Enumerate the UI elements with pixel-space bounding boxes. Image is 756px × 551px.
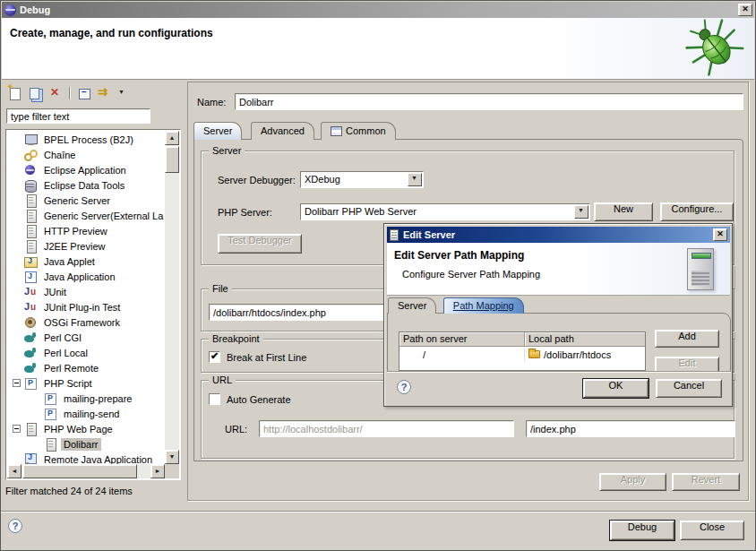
tab-label: Server xyxy=(398,298,426,314)
collapse-all-icon[interactable] xyxy=(77,86,91,100)
window-close-button[interactable] xyxy=(738,4,752,16)
tree-item[interactable]: J2EE Preview xyxy=(7,238,165,254)
tree-item-label: Chaîne xyxy=(41,149,78,161)
perl-icon xyxy=(24,362,37,375)
tree-item[interactable]: PHP Web Page xyxy=(7,421,165,436)
tree-item-label: Generic Server(External La xyxy=(41,210,165,222)
php-icon xyxy=(24,377,37,390)
server-icon xyxy=(24,423,37,435)
tree-item-label: JUnit xyxy=(41,286,69,298)
php-icon xyxy=(44,392,56,405)
tree-item[interactable]: Generic Server(External La xyxy=(7,208,165,223)
tab-server[interactable]: Server xyxy=(193,122,242,140)
tree-horizontal-scrollbar[interactable]: ◄ ► xyxy=(7,464,165,478)
junit-icon xyxy=(24,286,37,298)
mapping-row-server-path[interactable]: / xyxy=(399,347,525,362)
folder-icon xyxy=(528,350,540,358)
tree-item-label: Dolibarr xyxy=(61,438,101,451)
vertical-scroll-thumb[interactable] xyxy=(165,146,179,173)
add-mapping-button[interactable]: Add xyxy=(655,330,719,348)
tree-item[interactable]: Perl CGI xyxy=(7,330,165,345)
tree-item[interactable]: OSGi Framework xyxy=(7,314,165,330)
dialog-tab-server[interactable]: Server xyxy=(388,297,436,314)
apply-button: Apply xyxy=(599,473,666,491)
debug-bug-icon xyxy=(683,18,747,77)
tree-item[interactable]: PHP Script xyxy=(7,375,165,391)
mapping-row-local-path[interactable]: /dolibarr/htdocs xyxy=(525,347,646,362)
junit-plugin-icon xyxy=(24,301,37,314)
dialog-header: Edit Server Path Mapping Configure Serve… xyxy=(387,243,730,296)
cancel-button[interactable]: Cancel xyxy=(656,379,722,398)
help-icon[interactable] xyxy=(8,519,22,533)
applet-icon xyxy=(24,255,37,268)
name-label: Name: xyxy=(197,97,226,108)
tree-item-label: Eclipse Application xyxy=(41,164,129,176)
tree-item[interactable]: mailing-send xyxy=(7,406,165,421)
server-icon xyxy=(24,194,37,207)
header-banner: Create, manage, and run configurations xyxy=(2,18,754,80)
column-header[interactable]: Local path xyxy=(525,332,646,347)
tree-item-label: Java Applet xyxy=(41,255,98,268)
filter-icon[interactable] xyxy=(98,86,112,100)
tab-common[interactable]: Common xyxy=(321,122,396,140)
tree-item[interactable]: JUnit Plug-in Test xyxy=(7,299,165,314)
scroll-up-icon[interactable]: ▲ xyxy=(165,131,179,145)
local-path-text: /dolibarr/htdocs xyxy=(544,349,611,360)
tree-item[interactable]: mailing-prepare xyxy=(7,391,165,406)
tab-advanced[interactable]: Advanced xyxy=(251,122,314,140)
column-header[interactable]: Path on server xyxy=(399,332,525,347)
name-input[interactable] xyxy=(235,93,743,110)
collapse-expander-icon[interactable] xyxy=(13,379,21,387)
php-icon xyxy=(44,408,56,420)
tree-item[interactable]: Generic Server xyxy=(7,193,165,208)
dialog-title: Edit Server xyxy=(403,229,455,240)
path-mapping-table[interactable]: Path on serverLocal path//dolibarr/htdoc… xyxy=(399,331,646,371)
tree-item[interactable]: HTTP Preview xyxy=(7,223,165,238)
window-titlebar: Debug xyxy=(2,2,754,18)
tree-item[interactable]: Remote Java Application xyxy=(7,452,165,464)
scroll-right-icon[interactable]: ► xyxy=(150,464,165,478)
debug-window: Debug Create, manage, and run configurat… xyxy=(0,0,756,551)
process-icon xyxy=(24,133,37,146)
configurations-tree: BPEL Process (B2J)ChaîneEclipse Applicat… xyxy=(5,129,181,480)
tree-item-label: PHP Script xyxy=(41,377,95,390)
tree-item[interactable]: Java Applet xyxy=(7,254,165,269)
filter-input[interactable] xyxy=(6,108,150,124)
dialog-close-button[interactable] xyxy=(713,228,727,241)
tree-item[interactable]: Perl Remote xyxy=(7,360,165,375)
close-button[interactable]: Close xyxy=(680,521,744,540)
tree-item[interactable]: JUnit xyxy=(7,284,165,299)
tree-item[interactable]: BPEL Process (B2J) xyxy=(7,132,165,147)
dialog-tab-path-mapping[interactable]: Path Mapping xyxy=(443,297,524,314)
tree-item-label: OSGi Framework xyxy=(41,316,123,329)
scroll-down-icon[interactable]: ▼ xyxy=(165,450,179,464)
new-config-icon[interactable] xyxy=(7,86,21,100)
dropdown-arrow-icon[interactable] xyxy=(118,86,126,100)
collapse-expander-icon[interactable] xyxy=(13,425,21,433)
help-icon[interactable] xyxy=(397,380,411,394)
filter-status-text: Filter matched 24 of 24 items xyxy=(5,486,133,496)
perl-icon xyxy=(24,347,37,359)
tree-vertical-scrollbar[interactable]: ▲ ▼ xyxy=(165,131,179,464)
server-icon xyxy=(24,225,37,237)
ok-button[interactable]: OK xyxy=(583,379,649,398)
tree-item-label: BPEL Process (B2J) xyxy=(41,133,136,146)
duplicate-config-icon[interactable] xyxy=(28,86,42,100)
dialog-titlebar: Edit Server xyxy=(387,227,730,243)
tree-item[interactable]: Chaîne xyxy=(7,147,165,162)
server-icon xyxy=(390,229,399,241)
footer-separator xyxy=(1,511,756,512)
scroll-left-icon[interactable]: ◄ xyxy=(7,464,21,478)
tree-item-label: Generic Server xyxy=(41,194,113,207)
server-icon xyxy=(24,210,37,222)
tree-item[interactable]: Java Application xyxy=(7,269,165,284)
delete-config-icon[interactable] xyxy=(48,86,63,100)
tree-item[interactable]: Dolibarr xyxy=(7,436,165,452)
tree-item[interactable]: Perl Local xyxy=(7,345,165,360)
tree-item[interactable]: Eclipse Data Tools xyxy=(7,177,165,193)
horizontal-scroll-thumb[interactable] xyxy=(22,464,137,478)
debug-button[interactable]: Debug xyxy=(610,521,674,540)
dialog-heading: Edit Server Path Mapping xyxy=(394,249,524,262)
tree-item-label: Eclipse Data Tools xyxy=(41,179,127,192)
tree-item[interactable]: Eclipse Application xyxy=(7,162,165,177)
